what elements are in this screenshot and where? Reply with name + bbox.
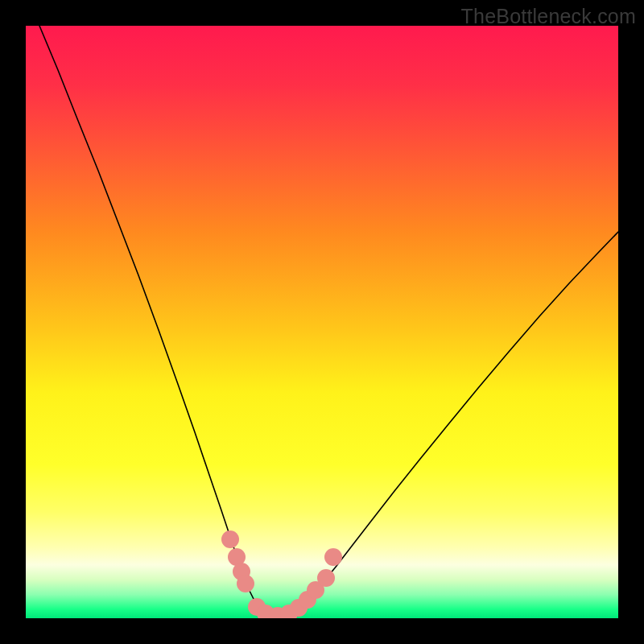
watermark-label: TheBottleneck.com: [461, 5, 636, 28]
curve-layer: [26, 26, 618, 618]
chart-frame: TheBottleneck.com: [0, 0, 644, 644]
marker-dot: [317, 569, 335, 587]
series-left-branch: [39, 26, 278, 617]
marker-dot: [324, 548, 342, 566]
plot-area: [26, 26, 618, 618]
marker-dot: [237, 575, 254, 592]
marker-dot: [221, 530, 239, 548]
